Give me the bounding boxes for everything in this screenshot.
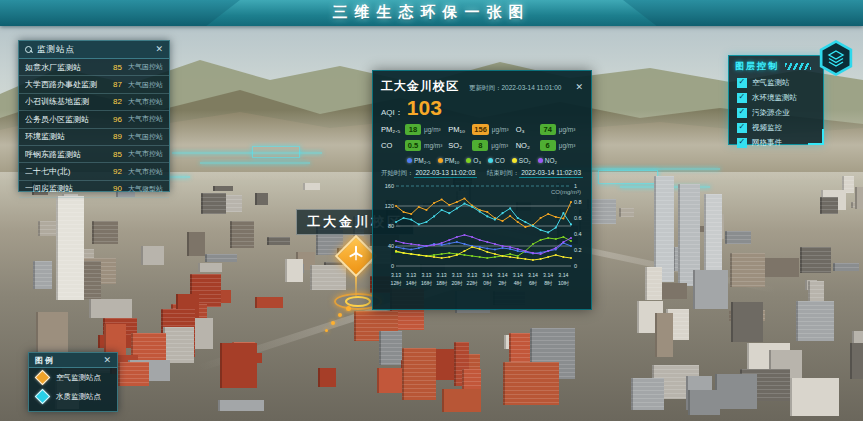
building-block — [688, 390, 720, 415]
station-name: 如意水厂监测站 — [25, 62, 104, 73]
data-point — [517, 221, 519, 223]
data-point — [448, 256, 450, 258]
building-block — [850, 343, 863, 379]
station-row[interactable]: 环境监测站 89 大气国控站 — [19, 129, 169, 146]
station-name: 一间房监测站 — [25, 183, 104, 194]
checkbox-icon[interactable] — [737, 78, 747, 88]
station-row[interactable]: 呼钢东路监测站 85 大气市控站 — [19, 146, 169, 163]
checkbox-icon[interactable] — [737, 93, 747, 103]
pollutant-unit: μg/m³ — [492, 126, 509, 133]
pollutant-unit: μg/m³ — [559, 126, 576, 133]
data-point — [562, 256, 564, 258]
data-point — [486, 241, 488, 243]
data-point — [509, 248, 511, 250]
x-axis-tick: 3.13 — [421, 272, 431, 278]
data-point — [509, 215, 511, 217]
station-row[interactable]: 小召训练基地监测 82 大气市控站 — [19, 94, 169, 111]
x-axis-tick: 3.14 — [558, 272, 568, 278]
building-block — [800, 247, 830, 273]
checkbox-icon[interactable] — [737, 123, 747, 133]
building-block — [36, 312, 68, 353]
x-axis-tick: 3.14 — [513, 272, 523, 278]
end-time-input[interactable]: 2022-03-14 11:02:03 — [519, 169, 583, 178]
data-point — [517, 255, 519, 257]
chart-legend-item[interactable]: PM₁₀ — [438, 157, 460, 164]
building-block — [660, 283, 688, 299]
building-block — [285, 259, 304, 282]
station-row[interactable]: 二十七中(北) 92 大气市控站 — [19, 163, 169, 180]
data-point — [532, 243, 534, 245]
legend-label: SO₂ — [519, 157, 531, 164]
pollutant-unit: μg/m³ — [559, 142, 576, 149]
close-icon[interactable] — [155, 45, 163, 54]
layer-item[interactable]: 网格事件 — [729, 135, 823, 150]
data-point — [479, 248, 481, 250]
legend-label: O₃ — [473, 157, 481, 164]
data-point — [403, 247, 405, 249]
data-point — [479, 239, 481, 241]
building-block — [442, 389, 481, 412]
layer-item[interactable]: 视频监控 — [729, 120, 823, 135]
data-point — [539, 239, 541, 241]
layer-item[interactable]: 空气监测站 — [729, 75, 823, 90]
chart-legend-item[interactable]: O₃ — [466, 157, 481, 164]
data-point — [418, 206, 420, 208]
data-point — [494, 243, 496, 245]
page-title: 三维生态环保一张图 — [0, 3, 863, 22]
data-point — [494, 253, 496, 255]
station-name: 环境监测站 — [25, 131, 104, 142]
pollutant-unit: μg/m³ — [491, 142, 508, 149]
station-row[interactable]: 如意水厂监测站 85 大气国控站 — [19, 59, 169, 76]
data-point — [555, 238, 557, 240]
building-block — [163, 327, 194, 364]
building-block — [220, 343, 257, 388]
layer-item[interactable]: 水环境监测站 — [729, 90, 823, 105]
close-icon[interactable] — [103, 356, 111, 365]
x-axis-tick: 16时 — [421, 280, 433, 286]
building-block — [715, 374, 757, 409]
building-block — [790, 378, 839, 416]
close-icon[interactable] — [575, 83, 583, 92]
data-point — [456, 236, 458, 238]
pollutant-name: O₃ — [516, 125, 540, 134]
data-point — [509, 253, 511, 255]
update-time: 更新时间：2022-03-14 11:01:00 — [469, 84, 561, 93]
station-detail-popup: 工大金川校区 更新时间：2022-03-14 11:01:00 AQI： 103… — [372, 70, 592, 310]
chart-legend-item[interactable]: SO₂ — [512, 157, 531, 164]
chart-legend-item[interactable]: CO — [488, 157, 505, 164]
data-point — [441, 257, 443, 259]
layer-item[interactable]: 污染源企业 — [729, 105, 823, 120]
station-row[interactable]: 公务员小区监测站 96 大气市控站 — [19, 111, 169, 128]
station-row[interactable]: 一间房监测站 90 大气微型站 — [19, 181, 169, 198]
chart-legend-item[interactable]: PM₂.₅ — [407, 157, 431, 164]
checkbox-icon[interactable] — [737, 108, 747, 118]
data-point — [425, 255, 427, 257]
chart-legend-item[interactable]: NO₂ — [538, 157, 557, 164]
data-point — [494, 248, 496, 250]
building-block — [213, 186, 233, 191]
wireframe-box — [252, 146, 300, 158]
search-icon[interactable] — [25, 46, 33, 54]
data-point — [555, 216, 557, 218]
data-point — [555, 247, 557, 249]
legend-item: 水质监测站点 — [29, 387, 117, 406]
start-time-input[interactable]: 2022-03-13 11:02:03 — [414, 169, 478, 178]
y-axis-tick-right: 0.6 — [574, 215, 582, 221]
map-viewport[interactable]: 三维生态环保一张图 监测站点 如意水厂监测站 85 大气国控站 大学西路办事处监… — [0, 0, 863, 421]
marker-trail-dot — [325, 329, 328, 332]
popup-title-row: 工大金川校区 更新时间：2022-03-14 11:01:00 — [381, 78, 583, 95]
y-axis-tick-left: 120 — [385, 203, 394, 209]
station-row[interactable]: 大学西路办事处监测 87 大气国控站 — [19, 76, 169, 93]
data-point — [456, 241, 458, 243]
data-point — [517, 257, 519, 259]
pollutant-grid: PM₂.₅ 18 μg/m³ PM₁₀ 156 μg/m³ O₃ 74 μg/m… — [381, 124, 583, 151]
pollutant-unit: mg/m³ — [424, 142, 442, 149]
checkbox-icon[interactable] — [737, 138, 747, 148]
x-axis-tick: 3.14 — [482, 272, 492, 278]
building-block — [198, 263, 222, 272]
time-range-row: 开始时间：2022-03-13 11:02:03 结束时间：2022-03-14… — [381, 169, 583, 178]
data-point — [448, 242, 450, 244]
data-point — [539, 229, 541, 231]
pollutant-cell: PM₂.₅ 18 μg/m³ — [381, 124, 448, 135]
data-point — [501, 245, 503, 247]
